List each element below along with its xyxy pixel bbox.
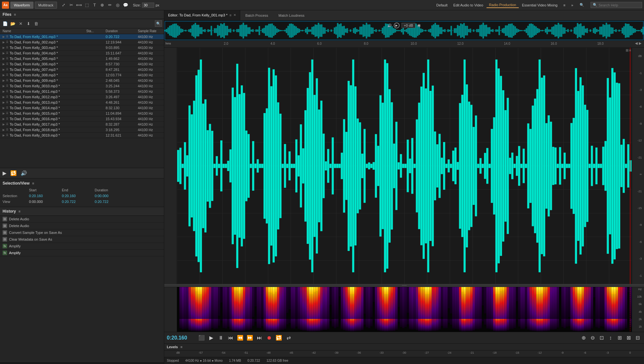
free-space-info: 122.63 GB free [267,359,289,362]
files-menu-icon[interactable]: ≡ [14,13,16,16]
skip-to-end-btn[interactable]: ⏭ [256,334,263,342]
history-item[interactable]: ⊟ Clear Metadata on Save As [0,236,164,243]
zoom-out-amp-btn[interactable]: ⊞ [616,334,623,342]
zoom-in-time-btn[interactable]: ⊕ [580,334,587,342]
brush-icon[interactable]: ✏ [107,2,114,9]
new-file-btn[interactable]: 📄 [2,20,8,27]
rewind-btn[interactable]: ⏪ [236,334,244,342]
file-row[interactable]: ▶ ⠿ To Dad, From Kelly_002.mp3 * 12:19.9… [0,40,164,45]
text-tool-icon[interactable]: T [91,2,98,9]
levels-menu-icon[interactable]: ≡ [180,345,182,349]
zoom-full-btn[interactable]: ⊟ [634,334,641,342]
waveform-options-btn[interactable]: ≡ [629,48,631,53]
spot-heal-icon[interactable]: ◎ [114,2,121,9]
play-transport-btn[interactable]: ▶ [207,334,215,342]
file-row[interactable]: ▶ ⠿ To Dad, From Kelly_006.mp3 * 8:57.73… [0,62,164,67]
zoom-in-amp-btn[interactable]: ↕ [607,334,614,342]
record-btn[interactable]: ⏺ [265,334,273,342]
sel-selection-start[interactable]: 0:20.160 [29,193,61,198]
file-row[interactable]: ▶ ⠿ To Dad, From Kelly_0013.mp3 * 4:48.2… [0,100,164,105]
zoom-fit-amp-btn[interactable]: ⊠ [625,334,632,342]
loop-btn[interactable]: 🔁 [10,170,17,176]
sel-view-start[interactable]: 0:00.000 [29,199,61,204]
edit-audio-video-btn[interactable]: Edit Audio to Video [451,3,486,8]
search-help-input[interactable] [599,3,637,7]
match-loudness-tab[interactable]: Match Loudness [273,10,310,20]
open-file-btn[interactable]: 📂 [10,20,16,27]
marquee-icon[interactable]: ⬚ [83,2,90,9]
sel-view-end[interactable]: 0:20.722 [62,199,94,204]
file-bars-icon: ⠿ [6,62,8,66]
editor-tab-active[interactable]: Editor: To Dad, From Kelly_001.mp3 * ≡ ✕ [164,10,240,20]
history-item[interactable]: ⊟ Delete Audio [0,216,164,223]
tab-options-icon[interactable]: ≡ [229,13,231,17]
history-item[interactable]: fx Amplify [0,243,164,250]
skip-to-start-btn[interactable]: ⏮ [227,334,234,342]
files-search-btn[interactable]: 🔍 [155,20,162,27]
sel-view-duration[interactable]: 0:20.722 [95,199,127,204]
history-item[interactable]: ⊟ Delete Audio [0,223,164,229]
waveform-canvas-container[interactable]: ⊞ ≡ [177,48,632,284]
delete-btn[interactable]: 🗑 [33,20,39,27]
waveform-mode-btn[interactable]: Waveform [10,2,33,9]
file-row[interactable]: ▶ ⠿ To Dad, From Kelly_0011.mp3 * 5:58.3… [0,89,164,94]
file-row[interactable]: ▶ ⠿ To Dad, From Kelly_009.mp3 * 2:48.04… [0,78,164,83]
stop-btn[interactable]: ⬛ [198,334,205,342]
close-file-btn[interactable]: ✕ [17,20,24,27]
sel-selection-duration[interactable]: 0:00.000 [95,193,127,198]
talk-icon[interactable]: 💬 [122,2,129,9]
sel-selection-end[interactable]: 0:20.160 [62,193,94,198]
waveform-fit-btn[interactable]: ⊞ [626,48,629,53]
zoom-fit-btn[interactable]: ⊡ [598,334,605,342]
file-samplerate: 44100 Hz [138,117,164,121]
file-row[interactable]: ▶ ⠿ To Dad, From Kelly_001.mp3 * 0:20.72… [0,34,164,40]
zoom-icon[interactable]: ⊕ [99,2,106,9]
file-row[interactable]: ▶ ⠿ To Dad, From Kelly_005.mp3 * 1:49.66… [0,56,164,62]
panel-divider[interactable]: ━━━ [164,284,644,287]
scroll-left-btn[interactable]: ◀ [635,41,638,45]
essential-video-mixing-btn[interactable]: Essential Video Mixing [519,3,560,8]
expand-workspaces-btn[interactable]: » [569,3,576,8]
spectrogram-canvas-container[interactable] [177,287,632,332]
file-row[interactable]: ▶ ⠿ To Dad, From Kelly_007.mp3 * 8:47.28… [0,67,164,72]
import-btn[interactable]: ⬇ [25,20,32,27]
file-row[interactable]: ▶ ⠿ To Dad, From Kelly_0012.mp3 * 3:26.4… [0,94,164,100]
time-select-icon[interactable]: ⟺ [76,2,83,9]
loop-transport-btn[interactable]: 🔁 [275,334,283,342]
db-label: -9 [639,115,643,132]
file-row[interactable]: ▶ ⠿ To Dad, From Kelly_0014.mp3 * 8:32.1… [0,105,164,111]
file-row[interactable]: ▶ ⠿ To Dad, From Kelly_0018.mp3 * 3:18.2… [0,127,164,133]
workspace-menu-btn[interactable]: ≡ [561,3,568,8]
radio-production-btn[interactable]: Radio Production [487,2,519,8]
batch-process-tab[interactable]: Batch Process [240,10,273,20]
file-row[interactable]: ▶ ⠿ To Dad, From Kelly_0017.mp3 * 8:32.2… [0,122,164,127]
sync-btn[interactable]: ⇄ [285,334,292,342]
pause-btn[interactable]: ⏸ [217,334,225,342]
tab-close-icon[interactable]: ✕ [233,13,236,17]
file-row[interactable]: ▶ ⠿ To Dad, From Kelly_0019.mp3 * 12:31.… [0,133,164,138]
file-row[interactable]: ▶ ⠿ To Dad, From Kelly_003.mp3 * 9:03.89… [0,45,164,51]
slice-tool-icon[interactable]: ✂ [68,2,75,9]
file-duration: 8:47.281 [106,68,138,72]
history-item[interactable]: fx Amplify [0,250,164,256]
file-row[interactable]: ▶ ⠿ To Dad, From Kelly_0010.mp3 * 3:25.2… [0,83,164,89]
multitrack-mode-btn[interactable]: Multitrack [35,2,57,9]
file-row[interactable]: ▶ ⠿ To Dad, From Kelly_004.mp3 * 15:11.6… [0,51,164,56]
default-workspace-btn[interactable]: Default [434,3,450,8]
volume-btn[interactable]: 🔊 [21,170,27,176]
scroll-right-btn[interactable]: ▶ [639,41,641,45]
file-samplerate: 44100 Hz [138,35,164,39]
file-row[interactable]: ▶ ⠿ To Dad, From Kelly_0016.mp3 * 15:43.… [0,116,164,122]
file-row[interactable]: ▶ ⠿ To Dad, From Kelly_0015.mp3 * 11:04.… [0,111,164,116]
file-row[interactable]: ▶ ⠿ To Dad, From Kelly_008.mp3 * 12:03.7… [0,72,164,78]
history-item[interactable]: ⊟ Convert Sample Type on Save As [0,229,164,236]
history-menu-icon[interactable]: ≡ [18,209,20,213]
zoom-out-time-btn[interactable]: ⊖ [589,334,596,342]
selection-menu-icon[interactable]: ≡ [32,181,34,185]
search-icon-btn[interactable]: 🔍 [577,2,587,8]
move-tool-icon[interactable]: ⤢ [60,2,67,9]
fast-forward-btn[interactable]: ⏩ [246,334,254,342]
file-bars-icon: ⠿ [6,95,8,99]
size-input[interactable] [142,3,154,8]
play-btn[interactable]: ▶ [3,170,6,176]
